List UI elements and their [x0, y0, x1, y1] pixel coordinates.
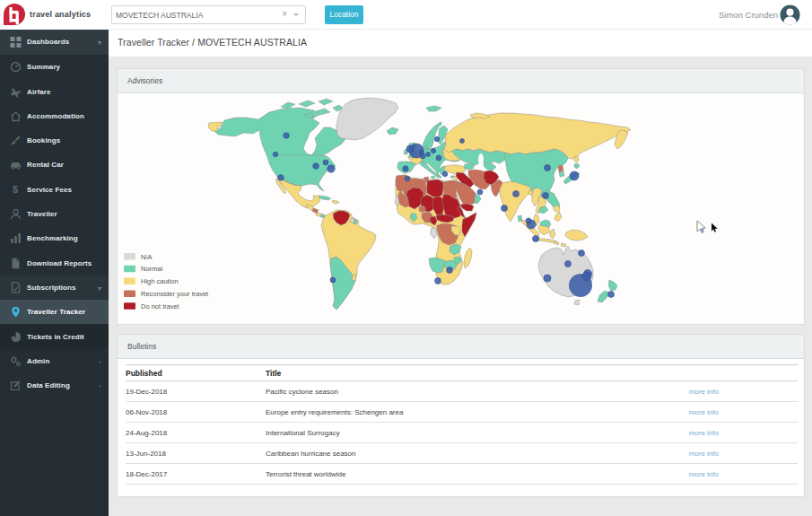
svg-text:Normal: Normal	[141, 265, 163, 273]
svg-text:Reconsider your travel: Reconsider your travel	[141, 290, 208, 298]
svg-text:High caution: High caution	[141, 277, 179, 285]
svg-text:N/A: N/A	[141, 253, 153, 261]
svg-text:Do not travel: Do not travel	[141, 302, 179, 310]
